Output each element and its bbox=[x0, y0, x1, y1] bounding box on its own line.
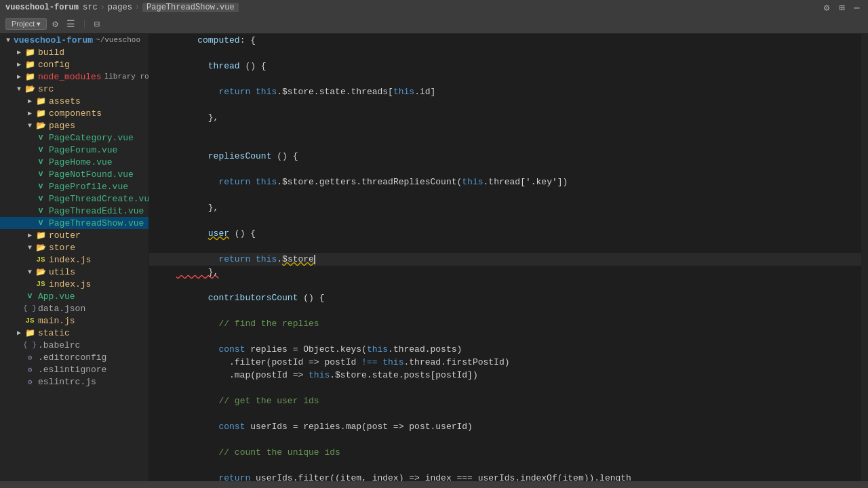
more-icon[interactable]: ⋯ bbox=[852, 1, 863, 15]
breadcrumb-sep-2: › bbox=[135, 3, 140, 12]
code-line-26: .filter(postId => postId !== this.thread… bbox=[149, 356, 861, 369]
sidebar-root[interactable]: ▼ vueschool-forum ~/vueschoo bbox=[0, 34, 149, 46]
sidebar-item-src[interactable]: ▼ 📂 src bbox=[0, 83, 149, 95]
page-profile-label: PageProfile.vue bbox=[49, 182, 128, 192]
sidebar-item-eslintignore[interactable]: ⚙ .eslintignore bbox=[0, 363, 149, 375]
lc-33: // count the unique ids bbox=[176, 446, 861, 459]
sidebar: ▼ vueschool-forum ~/vueschoo ▶ 📁 build ▶… bbox=[0, 34, 149, 481]
page-home-label: PageHome.vue bbox=[49, 157, 113, 167]
gear-icon[interactable]: ⚙ bbox=[50, 17, 60, 31]
code-line-2 bbox=[149, 47, 861, 60]
nm-label: node_modules bbox=[38, 72, 102, 82]
code-line-35: return userIds.filter((item, index) => i… bbox=[149, 472, 861, 481]
code-container: computed: { thread () { return this.$sto bbox=[149, 34, 861, 481]
settings-icon[interactable]: ⚙ bbox=[821, 1, 832, 15]
breadcrumb-item-2[interactable]: pages bbox=[108, 3, 132, 12]
breadcrumb-sep-1: › bbox=[100, 3, 105, 12]
build-arrow: ▶ bbox=[14, 47, 24, 58]
nm-arrow: ▶ bbox=[14, 71, 24, 82]
right-panel bbox=[861, 34, 868, 481]
sidebar-item-utils-index[interactable]: JS index.js bbox=[0, 278, 149, 290]
vue-icon-6: V bbox=[35, 193, 46, 204]
eslintrc-label: eslintrc.js bbox=[38, 377, 96, 387]
page-thread-edit-label: PageThreadEdit.vue bbox=[49, 206, 144, 216]
sidebar-item-pages[interactable]: ▼ 📂 pages bbox=[0, 119, 149, 131]
lc-12: return this.$store.getters.threadReplies… bbox=[176, 176, 861, 188]
lc-30 bbox=[176, 407, 861, 420]
root-path: ~/vueschoo bbox=[96, 36, 140, 44]
code-line-9 bbox=[149, 137, 861, 150]
page-category-label: PageCategory.vue bbox=[49, 133, 134, 143]
js-icon-utils: JS bbox=[35, 279, 46, 289]
vue-icon-1: V bbox=[35, 132, 46, 143]
sidebar-item-page-profile[interactable]: V PageProfile.vue bbox=[0, 180, 149, 192]
lc-2 bbox=[176, 47, 861, 60]
lc-3: thread () { bbox=[176, 60, 861, 73]
sidebar-item-page-thread-edit[interactable]: V PageThreadEdit.vue bbox=[0, 205, 149, 217]
code-line-6 bbox=[149, 98, 861, 111]
editor-cursor bbox=[314, 255, 315, 264]
config-label: config bbox=[38, 60, 70, 70]
nm-icon: 📁 bbox=[24, 71, 35, 82]
code-line-3: thread () { bbox=[149, 60, 861, 73]
split-icon[interactable]: ⊞ bbox=[836, 1, 847, 15]
page-notfound-label: PageNotFound.vue bbox=[49, 169, 134, 180]
collapse-icon[interactable]: ⊟ bbox=[92, 17, 102, 31]
code-line-10: repliesCount () { bbox=[149, 150, 861, 163]
sidebar-item-store[interactable]: ▼ 📂 store bbox=[0, 241, 149, 253]
vue-app-icon: V bbox=[24, 291, 35, 302]
sidebar-item-utils[interactable]: ▼ 📂 utils bbox=[0, 266, 149, 278]
sidebar-item-static[interactable]: ▶ 📁 static bbox=[0, 327, 149, 339]
sidebar-item-page-category[interactable]: V PageCategory.vue bbox=[0, 131, 149, 144]
project-button[interactable]: Project ▾ bbox=[5, 18, 47, 30]
code-line-25: const replies = Object.keys(this.thread.… bbox=[149, 343, 861, 356]
breadcrumb-active[interactable]: PageThreadShow.vue bbox=[142, 3, 239, 12]
lc-6 bbox=[176, 98, 861, 111]
root-label: vueschool-forum bbox=[14, 35, 93, 45]
sidebar-item-app[interactable]: V App.vue bbox=[0, 290, 149, 302]
sidebar-item-node-modules[interactable]: ▶ 📁 node_modules library root bbox=[0, 70, 149, 83]
babelrc-icon: { } bbox=[24, 340, 35, 350]
code-line-14: }, bbox=[149, 201, 861, 214]
lc-24 bbox=[176, 330, 861, 343]
eslintrc-icon: ⚙ bbox=[24, 376, 35, 387]
sidebar-item-eslintrc[interactable]: ⚙ eslintrc.js bbox=[0, 375, 149, 388]
code-line-31: const userIds = replies.map(post => post… bbox=[149, 420, 861, 433]
code-line-1: computed: { bbox=[149, 34, 861, 47]
sidebar-item-config[interactable]: ▶ 📁 config bbox=[0, 58, 149, 70]
sidebar-item-page-home[interactable]: V PageHome.vue bbox=[0, 156, 149, 168]
sidebar-item-router[interactable]: ▶ 📁 router bbox=[0, 229, 149, 241]
sidebar-item-build[interactable]: ▶ 📁 build bbox=[0, 46, 149, 58]
sidebar-item-page-thread-show[interactable]: V PageThreadShow.vue bbox=[0, 217, 149, 229]
sidebar-item-page-forum[interactable]: V PageForum.vue bbox=[0, 144, 149, 156]
layout-icon[interactable]: ☰ bbox=[64, 17, 78, 31]
sidebar-item-data-json[interactable]: { } data.json bbox=[0, 302, 149, 314]
breadcrumb-item-1[interactable]: src bbox=[83, 3, 98, 12]
pages-icon: 📂 bbox=[35, 120, 46, 131]
code-line-34 bbox=[149, 459, 861, 472]
lc-27: .map(postId => this.$store.state.posts[p… bbox=[176, 369, 861, 382]
sidebar-item-store-index[interactable]: JS index.js bbox=[0, 253, 149, 266]
lc-21: contributorsCount () { bbox=[176, 291, 861, 304]
sidebar-item-assets[interactable]: ▶ 📁 assets bbox=[0, 95, 149, 107]
router-icon: 📁 bbox=[35, 230, 46, 241]
sidebar-item-editorconfig[interactable]: ⚙ .editorconfig bbox=[0, 351, 149, 363]
sidebar-item-page-notfound[interactable]: V PageNotFound.vue bbox=[0, 168, 149, 180]
sidebar-item-babelrc[interactable]: { } .babelrc bbox=[0, 339, 149, 351]
toolbar: Project ▾ ⚙ ☰ | ⊟ bbox=[0, 15, 868, 34]
sidebar-item-page-thread-create[interactable]: V PageThreadCreate.vue bbox=[0, 192, 149, 205]
sidebar-item-main-js[interactable]: JS main.js bbox=[0, 314, 149, 327]
sidebar-item-components[interactable]: ▶ 📁 components bbox=[0, 107, 149, 119]
code-line-32 bbox=[149, 433, 861, 446]
horizontal-scrollbar[interactable] bbox=[0, 481, 868, 488]
vue-icon-8: V bbox=[35, 218, 46, 228]
code-line-24 bbox=[149, 330, 861, 343]
lc-25: const replies = Object.keys(this.thread.… bbox=[176, 343, 861, 356]
lc-14: }, bbox=[176, 201, 861, 214]
main-layout: ▼ vueschool-forum ~/vueschoo ▶ 📁 build ▶… bbox=[0, 34, 868, 481]
editor-area[interactable]: computed: { thread () { return this.$sto bbox=[149, 34, 861, 481]
code-line-29: // get the user ids bbox=[149, 394, 861, 407]
lc-8 bbox=[176, 124, 861, 137]
utils-arrow: ▼ bbox=[24, 266, 35, 277]
build-label: build bbox=[38, 47, 64, 58]
